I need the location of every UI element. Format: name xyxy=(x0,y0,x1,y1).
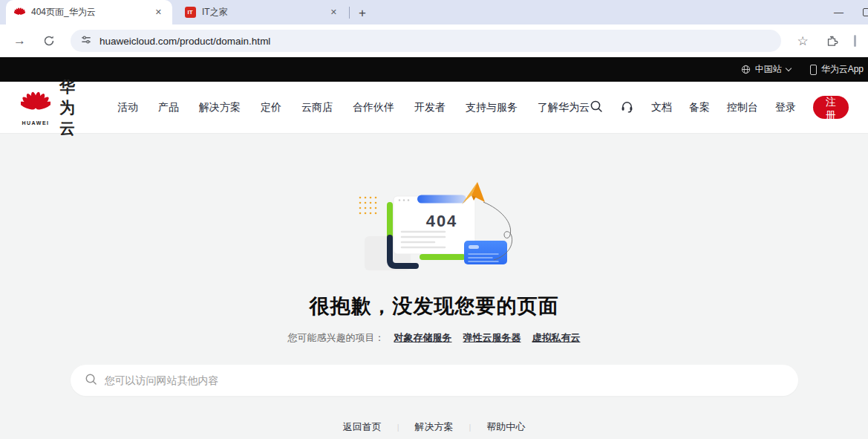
header-link-console[interactable]: 控制台 xyxy=(727,101,758,114)
tab-huawei-404[interactable]: 404页面_华为云 ✕ xyxy=(6,0,172,25)
region-label: 中国站 xyxy=(755,63,782,76)
404-illustration: 404 xyxy=(345,172,523,279)
nav-item-pricing[interactable]: 定价 xyxy=(261,101,281,114)
window-minimize-button[interactable]: — xyxy=(834,7,843,18)
huawei-wordmark: HUAWEI xyxy=(21,120,50,126)
header-link-login[interactable]: 登录 xyxy=(775,101,796,114)
tab-close-icon[interactable]: ✕ xyxy=(152,6,165,19)
page-title: 很抱歉，没发现您要的页面 xyxy=(310,293,559,319)
footer-divider: | xyxy=(397,423,399,432)
tab-title: 404页面_华为云 xyxy=(31,6,146,19)
site-topbar: 中国站 华为云App xyxy=(0,57,868,82)
browser-tab-strip: 404页面_华为云 ✕ IT IT之家 ✕ + — xyxy=(0,0,868,25)
region-selector[interactable]: 中国站 xyxy=(741,63,791,76)
site-search-bar[interactable] xyxy=(71,365,798,396)
nav-item-about[interactable]: 了解华为云 xyxy=(538,101,590,114)
nav-item-developers[interactable]: 开发者 xyxy=(414,101,446,114)
nav-item-activities[interactable]: 活动 xyxy=(117,101,138,114)
phone-icon xyxy=(810,65,817,75)
globe-icon xyxy=(741,65,751,74)
browser-toolbar: → huaweicloud.com/product/domain.html ☆ xyxy=(0,25,868,57)
search-icon[interactable] xyxy=(590,100,603,115)
footer-link-help[interactable]: 帮助中心 xyxy=(486,420,525,434)
register-button[interactable]: 注册 xyxy=(813,96,849,119)
extensions-icon[interactable] xyxy=(820,35,845,48)
suggest-link-obs[interactable]: 对象存储服务 xyxy=(394,331,452,345)
new-tab-button[interactable]: + xyxy=(353,6,372,21)
suggest-label: 您可能感兴趣的项目： xyxy=(288,331,385,345)
header-link-docs[interactable]: 文档 xyxy=(651,101,672,114)
search-icon xyxy=(85,373,97,388)
suggest-link-vpc[interactable]: 虚拟私有云 xyxy=(532,331,581,345)
footer-link-solutions[interactable]: 解决方案 xyxy=(415,420,454,434)
side-panel-icon[interactable] xyxy=(854,35,856,47)
suggest-link-ecs[interactable]: 弹性云服务器 xyxy=(463,331,521,345)
app-label: 华为云App xyxy=(821,63,864,76)
404-page-content: 404 xyxy=(0,134,868,439)
bookmark-star-icon[interactable]: ☆ xyxy=(790,33,815,49)
nav-item-solutions[interactable]: 解决方案 xyxy=(199,101,241,114)
suggest-row: 您可能感兴趣的项目： 对象存储服务 弹性云服务器 虚拟私有云 xyxy=(288,331,581,345)
tab-close-icon[interactable]: ✕ xyxy=(327,6,340,19)
window-maximize-button[interactable] xyxy=(863,8,868,16)
site-header: HUAWEI 华为云 活动 产品 解决方案 定价 云商店 合作伙伴 开发者 支持… xyxy=(0,82,868,134)
support-headset-icon[interactable] xyxy=(620,100,634,116)
brand-name: 华为云 xyxy=(59,77,85,139)
404-code-text: 404 xyxy=(425,212,457,230)
header-actions: 文档 备案 控制台 登录 注册 xyxy=(590,96,849,119)
footer-link-home[interactable]: 返回首页 xyxy=(343,420,382,434)
search-input[interactable] xyxy=(105,374,784,386)
nav-item-products[interactable]: 产品 xyxy=(158,101,179,114)
tab-divider xyxy=(349,7,350,19)
chevron-down-icon xyxy=(785,65,791,71)
site-settings-icon[interactable] xyxy=(81,34,92,48)
footer-divider: | xyxy=(469,423,471,432)
app-link[interactable]: 华为云App xyxy=(810,63,864,76)
forward-button[interactable]: → xyxy=(7,33,32,48)
nav-item-marketplace[interactable]: 云商店 xyxy=(301,101,333,114)
footer-links: 返回首页 | 解决方案 | 帮助中心 xyxy=(343,420,526,434)
huaweicloud-logo[interactable]: HUAWEI 华为云 xyxy=(21,77,85,139)
huawei-favicon-icon xyxy=(13,7,25,19)
url-text[interactable]: huaweicloud.com/product/domain.html xyxy=(99,36,270,47)
address-bar[interactable]: huaweicloud.com/product/domain.html xyxy=(71,30,781,52)
ithome-favicon-icon: IT xyxy=(184,7,196,19)
tab-title: IT之家 xyxy=(202,6,322,19)
nav-item-support[interactable]: 支持与服务 xyxy=(466,101,518,114)
main-nav: 活动 产品 解决方案 定价 云商店 合作伙伴 开发者 支持与服务 了解华为云 xyxy=(117,101,590,114)
nav-item-partners[interactable]: 合作伙伴 xyxy=(353,101,394,114)
window-controls: — xyxy=(834,0,868,25)
huawei-flower-icon: HUAWEI xyxy=(21,89,50,126)
reload-button[interactable] xyxy=(36,35,62,47)
tab-ithome[interactable]: IT IT之家 ✕ xyxy=(177,0,347,25)
header-link-beian[interactable]: 备案 xyxy=(689,101,710,114)
